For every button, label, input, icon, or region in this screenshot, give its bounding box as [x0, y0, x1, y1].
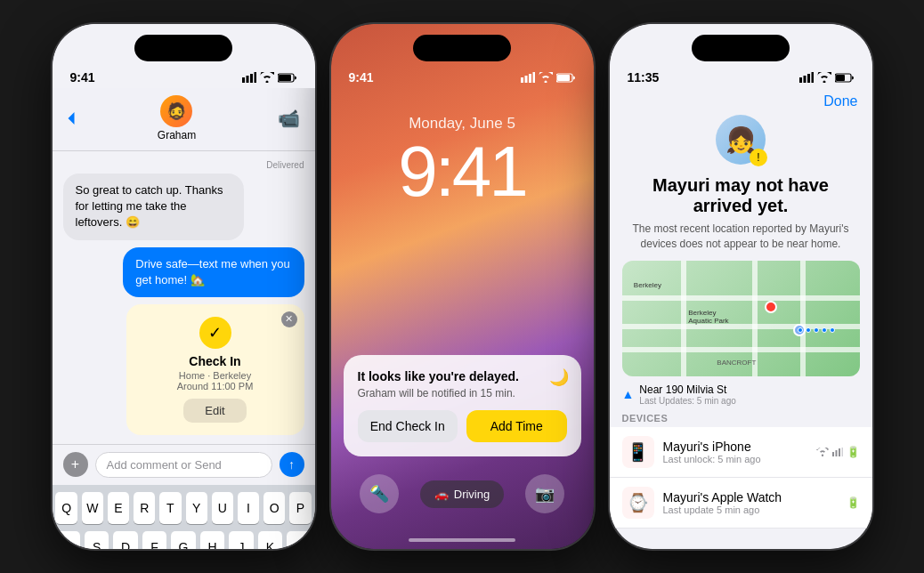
attachment-button[interactable]: + [63, 452, 88, 477]
findmy-avatar-container: 👧 ! [610, 115, 872, 172]
driving-label: Driving [454, 488, 490, 501]
driving-mode: 🚗 Driving [420, 480, 504, 508]
message-sent-1: Drive safe—text me when you get home! 🏡 [123, 247, 304, 297]
wifi-icon-right [817, 72, 831, 83]
camera-button[interactable]: 📷 [525, 474, 564, 513]
devices-section-label: DEVICES [610, 409, 872, 427]
notification-subtitle: Graham will be notified in 15 min. [358, 387, 567, 399]
battery-icon [278, 73, 297, 83]
location-update-time: Last Updates: 5 min ago [639, 396, 735, 406]
key-o[interactable]: O [263, 492, 285, 524]
key-t[interactable]: T [159, 492, 181, 524]
svg-rect-19 [835, 450, 837, 456]
message-received-1: So great to catch up. Thanks for letting… [63, 174, 244, 240]
warning-badge: ! [750, 149, 767, 166]
key-s[interactable]: S [85, 531, 109, 549]
location-arrow-icon: ▲ [622, 387, 635, 401]
battery-icon-center [556, 73, 576, 83]
dynamic-island-center [413, 35, 511, 61]
findmy-map[interactable]: Berkeley BerkeleyAquatic Park BANCROFT [622, 261, 860, 376]
watch-status: 🔋 [847, 496, 860, 509]
iphone-name: Mayuri's iPhone [663, 440, 807, 454]
done-button[interactable]: Done [823, 93, 857, 109]
phone-messages: 9:41 🧔 Graham 📹 Delivered So great to ca… [53, 24, 315, 549]
svg-rect-13 [803, 76, 806, 83]
key-l[interactable]: L [287, 531, 311, 549]
status-time-left: 9:41 [70, 70, 95, 85]
key-g[interactable]: G [171, 531, 195, 549]
message-input-row: + Add comment or Send ↑ [53, 444, 315, 485]
signal-icon [242, 72, 256, 83]
status-icons-left [242, 72, 297, 83]
key-w[interactable]: W [82, 492, 103, 524]
phone-lockscreen: 9:41 Monday, June 5 9:41 It looks like y… [331, 24, 594, 549]
key-y[interactable]: Y [186, 492, 207, 524]
key-u[interactable]: U [212, 492, 233, 524]
add-time-button[interactable]: Add Time [466, 410, 567, 442]
svg-rect-5 [279, 75, 291, 81]
svg-rect-3 [254, 72, 256, 83]
contact-info[interactable]: 🧔 Graham [158, 95, 196, 141]
send-button[interactable]: ↑ [280, 452, 304, 477]
checkin-title: Check In [139, 354, 292, 368]
status-time-right: 11:35 [628, 70, 660, 85]
svg-rect-18 [832, 452, 834, 456]
watch-device-icon: ⌚ [622, 487, 654, 519]
dynamic-island-left [134, 35, 232, 61]
iphone-icon: 📱 [627, 441, 649, 463]
key-f[interactable]: F [142, 531, 166, 549]
battery-icon-right [835, 73, 855, 83]
device-item-iphone[interactable]: 📱 Mayuri's iPhone Last unlock: 5 min ago… [610, 427, 872, 478]
svg-rect-21 [841, 448, 843, 456]
wifi-icon-center [539, 72, 553, 83]
svg-rect-0 [242, 77, 245, 83]
iphone-device-icon: 📱 [622, 436, 654, 468]
battery-status: 🔋 [847, 446, 860, 458]
findmy-alert-description: The most recent location reported by May… [610, 222, 872, 252]
key-p[interactable]: P [289, 492, 311, 524]
key-e[interactable]: E [108, 492, 129, 524]
watch-name: Mayuri's Apple Watch [663, 490, 838, 504]
device-item-watch[interactable]: ⌚ Mayuri's Apple Watch Last update 5 min… [610, 478, 872, 529]
contact-name: Graham [158, 129, 196, 141]
lock-screen-wallpaper [331, 207, 594, 348]
key-d[interactable]: D [113, 531, 137, 549]
svg-rect-11 [557, 75, 570, 81]
key-q[interactable]: Q [55, 492, 77, 524]
key-r[interactable]: R [134, 492, 155, 524]
end-checkin-button[interactable]: End Check In [358, 410, 458, 442]
location-row: ▲ Near 190 Milvia St Last Updates: 5 min… [610, 376, 872, 409]
key-k[interactable]: K [258, 531, 282, 549]
status-time-center: 9:41 [349, 70, 374, 85]
svg-rect-12 [799, 77, 802, 83]
message-input[interactable]: Add comment or Send [95, 452, 272, 478]
svg-rect-6 [521, 77, 523, 83]
findmy-alert-title: Mayuri may not have arrived yet. [610, 175, 872, 216]
lock-footer: 🔦 🚗 Driving 📷 [331, 464, 594, 531]
key-i[interactable]: I [238, 492, 259, 524]
watch-info: Mayuri's Apple Watch Last update 5 min a… [663, 490, 838, 515]
video-call-button[interactable]: 📹 [278, 108, 300, 129]
key-h[interactable]: H [200, 531, 224, 549]
iphone-info: Mayuri's iPhone Last unlock: 5 min ago [663, 440, 807, 464]
wifi-icon [260, 72, 274, 83]
map-label-aquatic: BerkeleyAquatic Park [688, 309, 728, 325]
signal-icon-center [521, 72, 535, 83]
checkin-location: Home · Berkeley Around 11:00 PM [139, 370, 292, 391]
delivered-label: Delivered [63, 160, 304, 170]
key-a[interactable]: A [56, 531, 80, 549]
watch-icon: ⌚ [627, 492, 649, 513]
checkin-close-button[interactable]: ✕ [281, 311, 297, 327]
key-j[interactable]: J [229, 531, 253, 549]
messages-header: 🧔 Graham 📹 [53, 88, 315, 151]
home-bar-center [409, 538, 515, 542]
wifi-status-icon [816, 448, 829, 456]
status-icons-center [521, 72, 576, 83]
back-button[interactable] [67, 111, 76, 125]
car-icon: 🚗 [434, 488, 449, 501]
checkin-edit-button[interactable]: Edit [183, 399, 246, 423]
signal-status-icon [832, 448, 843, 456]
svg-rect-15 [811, 72, 814, 83]
flashlight-button[interactable]: 🔦 [360, 474, 399, 513]
lock-notification[interactable]: It looks like you're delayed. Graham wil… [344, 355, 581, 456]
